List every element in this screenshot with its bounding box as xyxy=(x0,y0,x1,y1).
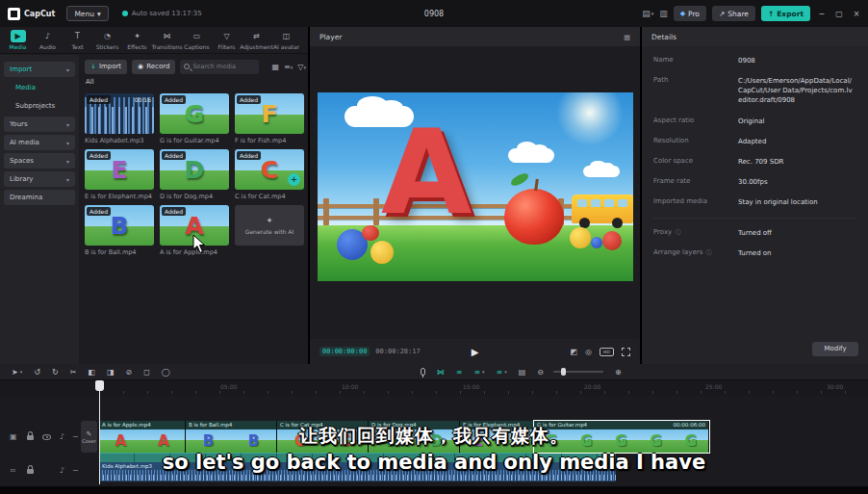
media-tile-name: Kids Alphabet.mp3 xyxy=(85,137,154,144)
tab-adjustment[interactable]: ⇄Adjustment xyxy=(242,30,271,50)
share-icon: ↗ xyxy=(719,10,725,18)
sidebar-item-library[interactable]: Library▾ xyxy=(4,171,75,187)
player-title: Player xyxy=(319,33,342,41)
sidebar-item-subprojects[interactable]: Subprojects xyxy=(10,98,75,114)
sidebar-item-spaces[interactable]: Spaces▾ xyxy=(4,153,75,169)
timeline-zoom-slider[interactable] xyxy=(553,371,603,373)
focus-icon[interactable]: ◎ xyxy=(585,348,592,356)
record-icon: ◉ xyxy=(138,63,143,70)
view-options: ▦ ≡▾ ▽▾ xyxy=(272,63,306,71)
captions-tab-icon: ▭ xyxy=(190,30,205,42)
timeline-ruler[interactable]: 05:00 10:00 15:00 20:00 25:00 30:00 xyxy=(0,380,868,396)
app-logo: CapCut xyxy=(8,8,55,20)
tab-audio[interactable]: ♪Audio xyxy=(33,30,63,50)
pro-diamond-icon: ◆ xyxy=(680,10,685,17)
tab-text[interactable]: TText xyxy=(63,30,92,50)
minimize-button[interactable]: ─ xyxy=(816,10,828,18)
sidebar-item-import[interactable]: Import▾ xyxy=(4,62,75,77)
tab-ai-avatar[interactable]: ◫AI avatar xyxy=(271,30,301,50)
sidebar-item-ai-media[interactable]: AI media▾ xyxy=(4,135,75,150)
share-button[interactable]: ↗ Share xyxy=(712,6,755,21)
added-badge: Added xyxy=(162,207,186,216)
trim-left-icon[interactable]: ◧ xyxy=(88,368,95,377)
media-tile-b-ball[interactable]: BAdded B is for Ball.mp4 xyxy=(85,205,154,256)
filter-icon[interactable]: ▽▾ xyxy=(297,63,306,71)
grid-view-icon[interactable]: ▦ xyxy=(272,63,280,71)
split-icon[interactable]: ✂ xyxy=(70,368,77,377)
media-tile-c-cat[interactable]: CAdded + C is for Cat.mp4 xyxy=(235,149,304,200)
player-panel: Player ▦ A xyxy=(310,27,640,364)
filters-tab-icon: ▽ xyxy=(219,30,235,42)
delete-icon[interactable]: ⊘ xyxy=(125,368,132,377)
compare-icon[interactable]: ◩ xyxy=(570,348,577,356)
media-tile-kids-alphabet[interactable]: Added 00:16 Kids Alphabet.mp3 xyxy=(85,93,154,144)
trim-right-icon[interactable]: ◨ xyxy=(107,368,115,377)
export-label: Export xyxy=(777,10,804,18)
menu-button[interactable]: Menu ▾ xyxy=(66,6,108,21)
quality-icon[interactable]: HD xyxy=(600,348,614,356)
media-tile-g-guitar[interactable]: GAdded G is for Guitar.mp4 xyxy=(160,93,229,144)
import-button[interactable]: ↓Import xyxy=(85,60,127,74)
add-to-timeline-button[interactable]: + xyxy=(288,173,300,186)
record-button[interactable]: ◉Record xyxy=(132,60,175,74)
audio-tab-icon: ♪ xyxy=(40,30,56,42)
tab-stickers[interactable]: ◔Stickers xyxy=(92,30,122,50)
pro-button[interactable]: ◆ Pro xyxy=(674,6,706,21)
fullscreen-icon[interactable] xyxy=(622,348,630,356)
media-tile-name: G is for Guitar.mp4 xyxy=(160,137,229,144)
snapping-options-icon[interactable]: ∞▾ xyxy=(497,368,507,377)
tab-effects[interactable]: ✦Effects xyxy=(122,30,152,50)
autosave-status: Auto saved 13:17:35 xyxy=(122,10,202,17)
voiceover-mic-icon[interactable] xyxy=(421,368,425,376)
media-tile-d-dog[interactable]: DAdded D is for Dog.mp4 xyxy=(160,149,229,200)
modify-button[interactable]: Modify xyxy=(812,342,858,356)
panel-toggle-icon[interactable]: ▥ xyxy=(659,9,668,18)
ball-yellow xyxy=(370,241,394,264)
detail-row-arrange-layers: Arrange layersⓘTurned on xyxy=(653,248,856,258)
share-label: Share xyxy=(728,10,749,18)
generate-with-ai-tile[interactable]: ✦ Generate with AI xyxy=(235,205,304,246)
sort-icon[interactable]: ≡▾ xyxy=(284,63,293,71)
track-view-icon[interactable]: ▤ xyxy=(519,368,526,377)
tab-captions[interactable]: ▭Captions xyxy=(182,30,212,50)
close-button[interactable]: × xyxy=(851,10,862,18)
search-input[interactable] xyxy=(192,63,250,70)
duration-label: 00:16 xyxy=(135,96,151,103)
freeze-frame-icon[interactable]: ◻ xyxy=(143,368,150,377)
preview-axis-icon[interactable]: ∞▾ xyxy=(473,368,484,377)
detail-row-resolution: ResolutionAdapted xyxy=(653,137,856,146)
current-time: 00:00:00:00 xyxy=(319,347,370,356)
media-tile-e-elephant[interactable]: EAdded E is for Elephant.mp4 xyxy=(85,149,154,200)
mask-icon[interactable]: ◯ xyxy=(162,368,170,377)
media-grid-panel: ↓Import ◉Record ▦ ≡▾ ▽▾ All xyxy=(79,55,308,364)
workspace-layout-icon[interactable]: ▤▾ xyxy=(642,9,653,18)
tab-filters[interactable]: ▽Filters xyxy=(212,30,242,50)
redo-icon[interactable]: ↻ xyxy=(52,368,59,377)
ball-blue xyxy=(591,237,602,248)
playhead-handle[interactable] xyxy=(95,380,104,391)
detail-row-proxy: ProxyⓘTurned off xyxy=(653,228,856,238)
magnetic-snap-icon[interactable]: ⋈ xyxy=(437,368,445,377)
sidebar-item-media[interactable]: Media xyxy=(10,80,75,95)
tab-media[interactable]: ▶Media xyxy=(3,30,33,50)
player-menu-icon[interactable]: ▦ xyxy=(624,33,630,41)
zoom-in-icon[interactable]: ⊕ xyxy=(615,368,622,377)
media-tile-name: D is for Dog.mp4 xyxy=(160,193,229,200)
sidebar-item-yours[interactable]: Yours▾ xyxy=(4,117,75,132)
media-tab-icon: ▶ xyxy=(11,30,26,42)
capcut-logo-icon xyxy=(8,8,20,20)
auto-link-icon[interactable]: ∞ xyxy=(456,368,463,377)
detail-row-aspect-ratio: Aspect ratioOriginal xyxy=(653,117,856,126)
export-button[interactable]: ↑ Export xyxy=(761,6,810,21)
filter-all-label[interactable]: All xyxy=(86,78,94,86)
maximize-button[interactable]: ▢ xyxy=(833,10,845,18)
detail-row-path: PathC:/Users/Emerson/AppData/Local/CapCu… xyxy=(653,76,856,105)
zoom-slider-handle[interactable] xyxy=(561,368,566,376)
undo-icon[interactable]: ↺ xyxy=(34,368,40,377)
media-tile-f-fish[interactable]: FAdded F is for Fish.mp4 xyxy=(235,93,304,144)
select-tool-icon[interactable]: ➤▾ xyxy=(12,368,22,377)
tab-transitions[interactable]: ⋈Transitions xyxy=(152,30,182,50)
zoom-out-icon[interactable]: ⊖ xyxy=(537,368,544,377)
video-preview[interactable]: A xyxy=(318,92,633,281)
sidebar-item-dreamina[interactable]: Dreamina xyxy=(4,190,75,205)
